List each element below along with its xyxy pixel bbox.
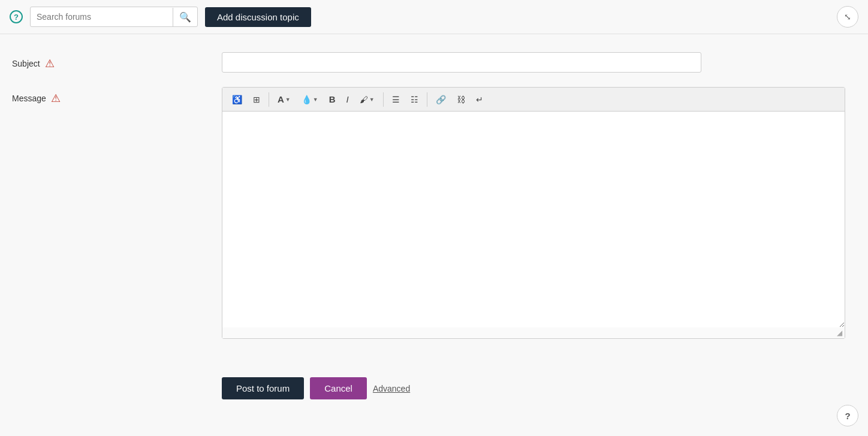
paint-chevron: ▼: [369, 97, 375, 103]
table-btn[interactable]: ⊞: [248, 92, 265, 107]
accessibility-icon: ♿: [232, 95, 242, 104]
font-chevron: ▼: [285, 97, 291, 103]
footer-buttons: Post to forum Cancel Advanced: [0, 365, 868, 411]
message-required-icon: ⚠: [51, 92, 61, 105]
post-to-forum-button[interactable]: Post to forum: [222, 377, 304, 399]
bold-icon: B: [329, 94, 336, 104]
search-wrapper: 🔍: [30, 7, 198, 27]
resize-handle: ◢: [222, 327, 845, 338]
subject-label: Subject: [12, 59, 40, 68]
subject-required-icon: ⚠: [45, 57, 55, 70]
advanced-label: Advanced: [373, 384, 410, 393]
post-label: Post to forum: [236, 383, 290, 393]
return-btn[interactable]: ↵: [471, 92, 488, 107]
list-ul-icon: ☰: [392, 95, 400, 104]
font-icon: A: [278, 94, 284, 104]
bottom-help-icon: ?: [845, 411, 850, 412]
unlink-icon: ⛓: [457, 95, 465, 104]
unlink-btn[interactable]: ⛓: [452, 92, 470, 107]
subject-input[interactable]: [222, 52, 701, 73]
message-label: Message: [12, 94, 46, 103]
expand-icon: ⤡: [844, 12, 851, 22]
font-color-btn[interactable]: 💧 ▼: [297, 92, 323, 107]
paint-icon: 🖌: [360, 95, 368, 104]
search-input[interactable]: [31, 7, 173, 26]
message-editor[interactable]: [222, 112, 845, 327]
header: ? 🔍 Add discussion topic ⤡: [0, 0, 868, 34]
cancel-label: Cancel: [324, 383, 352, 393]
accessibility-btn[interactable]: ♿: [227, 92, 247, 107]
italic-icon: I: [346, 94, 349, 104]
form-area: Subject ⚠ Message ⚠ ♿ ⊞ A ▼: [0, 34, 868, 365]
paint-btn[interactable]: 🖌 ▼: [355, 92, 379, 107]
add-topic-label: Add discussion topic: [217, 12, 299, 22]
help-icon-button[interactable]: ?: [10, 10, 23, 23]
link-icon: 🔗: [436, 95, 446, 104]
list-ul-btn[interactable]: ☰: [387, 92, 405, 107]
add-topic-button[interactable]: Add discussion topic: [205, 7, 311, 27]
font-color-chevron: ▼: [313, 97, 318, 103]
bold-btn[interactable]: B: [324, 91, 340, 107]
list-ol-icon: ☷: [411, 95, 418, 104]
cancel-button[interactable]: Cancel: [310, 377, 367, 399]
editor-container: ♿ ⊞ A ▼ 💧 ▼ B I: [222, 87, 845, 339]
message-row: Message ⚠ ♿ ⊞ A ▼ 💧 ▼: [12, 87, 856, 339]
link-btn[interactable]: 🔗: [431, 92, 451, 107]
editor-toolbar: ♿ ⊞ A ▼ 💧 ▼ B I: [222, 88, 845, 112]
toolbar-sep-1: [269, 92, 269, 107]
search-button[interactable]: 🔍: [173, 8, 197, 26]
message-label-wrapper: Message ⚠: [12, 87, 222, 105]
question-icon: ?: [14, 13, 19, 22]
toolbar-sep-3: [427, 92, 427, 107]
table-icon: ⊞: [253, 95, 260, 104]
search-icon: 🔍: [179, 12, 191, 22]
subject-label-wrapper: Subject ⚠: [12, 52, 222, 70]
italic-btn[interactable]: I: [342, 91, 354, 107]
toolbar-sep-2: [383, 92, 384, 107]
expand-button[interactable]: ⤡: [837, 6, 858, 28]
subject-row: Subject ⚠: [12, 52, 856, 73]
font-btn[interactable]: A ▼: [273, 91, 296, 107]
resize-icon: ◢: [837, 329, 842, 337]
return-icon: ↵: [476, 95, 483, 104]
advanced-button[interactable]: Advanced: [373, 384, 410, 393]
font-color-icon: 💧: [302, 95, 312, 104]
list-ol-btn[interactable]: ☷: [406, 92, 423, 107]
